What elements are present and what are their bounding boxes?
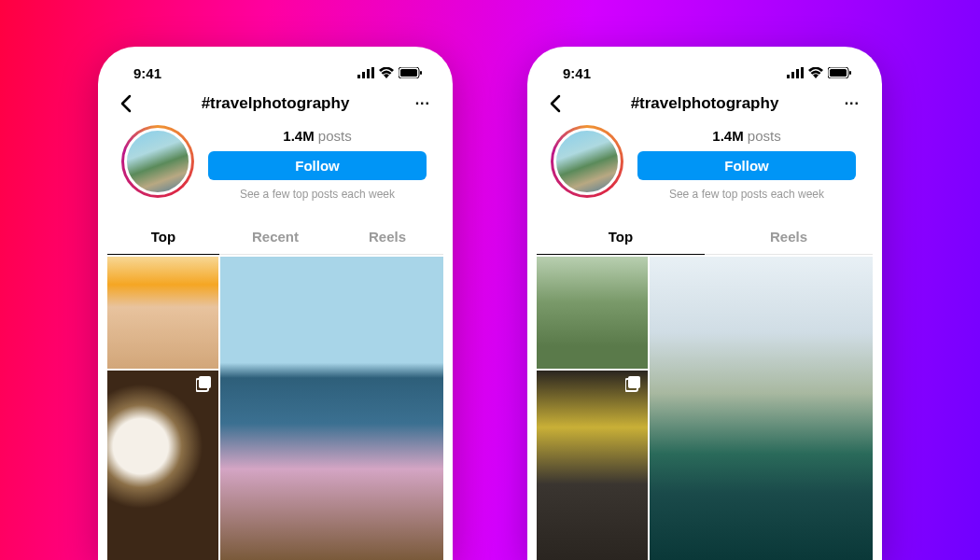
hashtag-avatar[interactable] [124, 128, 191, 195]
svg-rect-1 [362, 72, 365, 78]
follow-subtext: See a few top posts each week [669, 188, 824, 201]
follow-button[interactable]: Follow [208, 151, 427, 180]
follow-subtext: See a few top posts each week [240, 188, 395, 201]
post-count: 1.4M posts [712, 128, 780, 144]
more-button[interactable]: ··· [837, 95, 860, 112]
tab-reels[interactable]: Reels [705, 217, 873, 254]
svg-rect-7 [199, 376, 211, 388]
tab-top[interactable]: Top [107, 217, 219, 254]
svg-rect-16 [628, 376, 640, 388]
carousel-icon [196, 376, 213, 393]
post-thumb[interactable] [537, 257, 648, 369]
svg-rect-3 [371, 67, 374, 78]
post-thumb[interactable] [220, 257, 443, 560]
post-thumb[interactable] [537, 371, 648, 560]
page-title: #travelphotography [631, 94, 779, 113]
status-icons [787, 65, 852, 81]
back-button[interactable] [120, 94, 143, 113]
tabs: Top Reels [537, 217, 873, 255]
svg-rect-2 [367, 69, 370, 78]
svg-rect-15 [849, 71, 851, 75]
status-time: 9:41 [563, 65, 591, 81]
wifi-icon [379, 65, 394, 81]
page-title: #travelphotography [202, 94, 350, 113]
back-button[interactable] [550, 94, 572, 113]
hashtag-info: 1.4M posts Follow See a few top posts ea… [107, 122, 443, 210]
post-count: 1.4M posts [283, 128, 351, 144]
svg-rect-12 [801, 67, 804, 78]
follow-button[interactable]: Follow [637, 151, 856, 180]
phone-right: 9:41 #travelphotography ··· 1.4M posts F… [527, 47, 882, 560]
post-thumb[interactable] [650, 257, 873, 560]
svg-rect-6 [420, 71, 422, 75]
status-bar: 9:41 [107, 56, 443, 87]
battery-icon [399, 65, 423, 81]
nav-header: #travelphotography ··· [537, 87, 873, 122]
svg-rect-11 [796, 69, 799, 78]
hashtag-avatar[interactable] [553, 128, 621, 195]
more-button[interactable]: ··· [408, 95, 430, 112]
svg-rect-9 [787, 75, 790, 78]
post-thumb[interactable] [107, 371, 218, 560]
post-thumb[interactable] [107, 257, 218, 369]
wifi-icon [808, 65, 823, 81]
status-bar: 9:41 [537, 56, 873, 87]
tab-reels[interactable]: Reels [331, 217, 443, 254]
svg-rect-5 [400, 69, 417, 77]
cellular-icon [787, 65, 804, 81]
status-time: 9:41 [133, 65, 161, 81]
svg-rect-0 [357, 75, 360, 78]
post-grid [107, 255, 443, 560]
tab-recent[interactable]: Recent [219, 217, 331, 254]
cellular-icon [357, 65, 374, 81]
post-grid [537, 255, 873, 560]
hashtag-info: 1.4M posts Follow See a few top posts ea… [537, 122, 873, 210]
tab-top[interactable]: Top [537, 217, 705, 254]
svg-rect-14 [830, 69, 847, 77]
carousel-icon [625, 376, 642, 393]
status-icons [357, 65, 423, 81]
tabs: Top Recent Reels [107, 217, 443, 255]
nav-header: #travelphotography ··· [107, 87, 443, 122]
battery-icon [828, 65, 852, 81]
svg-rect-10 [791, 72, 794, 78]
phone-left: 9:41 #travelphotography ··· 1.4M posts F… [98, 47, 453, 560]
